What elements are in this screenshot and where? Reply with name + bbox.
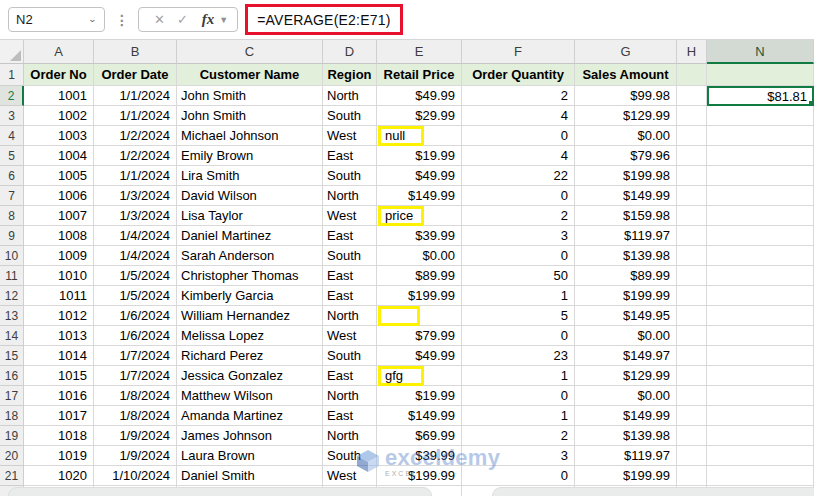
cell-F14[interactable]: 0: [462, 326, 575, 346]
cell-H3[interactable]: [677, 106, 707, 126]
cell-B14[interactable]: 1/6/2024: [94, 326, 177, 346]
row-header-20[interactable]: 20: [0, 446, 24, 466]
cell-E19[interactable]: $69.99: [377, 426, 462, 446]
cell-C16[interactable]: Jessica Gonzalez: [177, 366, 323, 386]
header-cell-C1[interactable]: Customer Name: [177, 64, 323, 86]
header-cell-F1[interactable]: Order Quantity: [462, 64, 575, 86]
cell-F16[interactable]: 1: [462, 366, 575, 386]
cell-E3[interactable]: $29.99: [377, 106, 462, 126]
cell-C4[interactable]: Michael Johnson: [177, 126, 323, 146]
cell-D19[interactable]: North: [323, 426, 377, 446]
cancel-icon[interactable]: ✕: [148, 12, 171, 27]
cell-H21[interactable]: [677, 466, 707, 486]
cell-F4[interactable]: 0: [462, 126, 575, 146]
cell-B20[interactable]: 1/9/2024: [94, 446, 177, 466]
cell-N20[interactable]: [707, 446, 814, 466]
cell-D9[interactable]: East: [323, 226, 377, 246]
selected-cell-N2[interactable]: $81.81: [707, 86, 814, 106]
select-all-button[interactable]: [0, 40, 24, 64]
cell-B21[interactable]: 1/10/2024: [94, 466, 177, 486]
insert-function-icon[interactable]: fx: [194, 11, 217, 28]
row-header-15[interactable]: 15: [0, 346, 24, 366]
cell-H19[interactable]: [677, 426, 707, 446]
cell-H4[interactable]: [677, 126, 707, 146]
cell-B2[interactable]: 1/1/2024: [94, 86, 177, 106]
header-cell-B1[interactable]: Order Date: [94, 64, 177, 86]
cell-D21[interactable]: West: [323, 466, 377, 486]
cell-B9[interactable]: 1/4/2024: [94, 226, 177, 246]
cell-D12[interactable]: East: [323, 286, 377, 306]
cell-D11[interactable]: East: [323, 266, 377, 286]
cell-E9[interactable]: $39.99: [377, 226, 462, 246]
cell-N12[interactable]: [707, 286, 814, 306]
row-header-16[interactable]: 16: [0, 366, 24, 386]
cell-G12[interactable]: $199.99: [575, 286, 677, 306]
row-header-4[interactable]: 4: [0, 126, 24, 146]
row-header-1[interactable]: 1: [0, 64, 24, 86]
cell-F19[interactable]: 2: [462, 426, 575, 446]
cell-E5[interactable]: $19.99: [377, 146, 462, 166]
cell-C8[interactable]: Lisa Taylor: [177, 206, 323, 226]
cell-G15[interactable]: $149.97: [575, 346, 677, 366]
cell-N6[interactable]: [707, 166, 814, 186]
cell-B13[interactable]: 1/6/2024: [94, 306, 177, 326]
row-header-19[interactable]: 19: [0, 426, 24, 446]
header-cell-H1[interactable]: [677, 64, 707, 86]
cell-A15[interactable]: 1014: [24, 346, 94, 366]
cell-B10[interactable]: 1/4/2024: [94, 246, 177, 266]
cell-F3[interactable]: 4: [462, 106, 575, 126]
column-header-G[interactable]: G: [575, 40, 677, 64]
cell-G20[interactable]: $119.97: [575, 446, 677, 466]
column-header-D[interactable]: D: [323, 40, 377, 64]
cell-C17[interactable]: Matthew Wilson: [177, 386, 323, 406]
cell-C10[interactable]: Sarah Anderson: [177, 246, 323, 266]
cell-A17[interactable]: 1016: [24, 386, 94, 406]
cell-A16[interactable]: 1015: [24, 366, 94, 386]
cell-F2[interactable]: 2: [462, 86, 575, 106]
cell-H15[interactable]: [677, 346, 707, 366]
cell-H18[interactable]: [677, 406, 707, 426]
row-header-11[interactable]: 11: [0, 266, 24, 286]
cell-B17[interactable]: 1/8/2024: [94, 386, 177, 406]
column-header-C[interactable]: C: [177, 40, 323, 64]
row-header-12[interactable]: 12: [0, 286, 24, 306]
header-cell-D1[interactable]: Region: [323, 64, 377, 86]
cell-B7[interactable]: 1/3/2024: [94, 186, 177, 206]
cell-D20[interactable]: South: [323, 446, 377, 466]
cell-D16[interactable]: East: [323, 366, 377, 386]
cell-C5[interactable]: Emily Brown: [177, 146, 323, 166]
cell-B11[interactable]: 1/5/2024: [94, 266, 177, 286]
cell-F6[interactable]: 22: [462, 166, 575, 186]
cell-G5[interactable]: $79.96: [575, 146, 677, 166]
cell-A3[interactable]: 1002: [24, 106, 94, 126]
cell-F13[interactable]: 5: [462, 306, 575, 326]
cell-H7[interactable]: [677, 186, 707, 206]
cell-B3[interactable]: 1/1/2024: [94, 106, 177, 126]
column-header-A[interactable]: A: [24, 40, 94, 64]
cell-N17[interactable]: [707, 386, 814, 406]
cell-D5[interactable]: East: [323, 146, 377, 166]
cell-D14[interactable]: West: [323, 326, 377, 346]
cell-A9[interactable]: 1008: [24, 226, 94, 246]
cell-C11[interactable]: Christopher Thomas: [177, 266, 323, 286]
row-header-3[interactable]: 3: [0, 106, 24, 126]
cell-C21[interactable]: Daniel Smith: [177, 466, 323, 486]
cell-B6[interactable]: 1/1/2024: [94, 166, 177, 186]
cell-E16[interactable]: gfg: [377, 366, 462, 386]
cell-E18[interactable]: $149.99: [377, 406, 462, 426]
header-cell-N1[interactable]: [707, 64, 814, 86]
cell-H12[interactable]: [677, 286, 707, 306]
cell-G11[interactable]: $89.99: [575, 266, 677, 286]
cell-H9[interactable]: [677, 226, 707, 246]
cell-G19[interactable]: $139.98: [575, 426, 677, 446]
cell-H14[interactable]: [677, 326, 707, 346]
cell-C14[interactable]: Melissa Lopez: [177, 326, 323, 346]
cell-E10[interactable]: $0.00: [377, 246, 462, 266]
cell-B4[interactable]: 1/2/2024: [94, 126, 177, 146]
cell-G16[interactable]: $129.99: [575, 366, 677, 386]
cell-G8[interactable]: $159.98: [575, 206, 677, 226]
cell-F7[interactable]: 0: [462, 186, 575, 206]
cell-E6[interactable]: $49.99: [377, 166, 462, 186]
cell-E7[interactable]: $149.99: [377, 186, 462, 206]
header-cell-A1[interactable]: Order No: [24, 64, 94, 86]
